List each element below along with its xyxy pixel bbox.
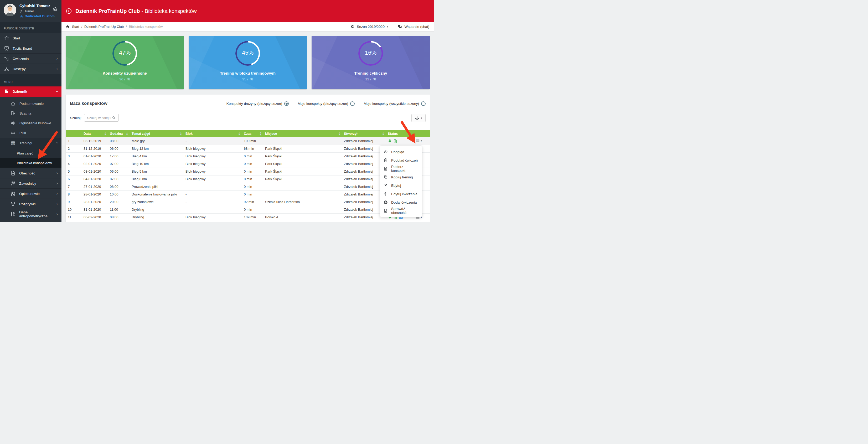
table-row: 1106-02-202008:00DryblingBlok biegowy109… xyxy=(66,213,430,221)
column-header-Blok[interactable]: Blok▲▼ xyxy=(183,130,242,137)
cell-czas: 0 min xyxy=(242,190,263,198)
sort-icon: ▲▼ xyxy=(339,132,340,135)
sidebar-item-dane-antropometryczne[interactable]: Dane antropometryczne› xyxy=(0,209,61,219)
radio-option[interactable]: Konspekty drużyny (bieżący sezon) xyxy=(226,101,289,106)
card-title: Trening w bloku treningowym xyxy=(189,71,307,75)
sidebar-item-rozgrywki[interactable]: Rozgrywki› xyxy=(0,199,61,209)
menu-item-copy[interactable]: Kopiuj trening xyxy=(380,173,422,181)
cell-data: 03-01-2020 xyxy=(82,168,108,175)
radio-button[interactable] xyxy=(284,101,289,106)
radio-option[interactable]: Moje konspekty (bieżący sezon) xyxy=(298,101,355,106)
menu-item-label: Podgląd ćwiczeń xyxy=(391,158,418,162)
row-number: 8 xyxy=(66,190,82,198)
column-header-Stworzył[interactable]: Stworzył▲▼ xyxy=(342,130,386,137)
sidebar-item-start[interactable]: Start xyxy=(0,33,61,43)
column-header-Godzina[interactable]: Godzina▲▼ xyxy=(108,130,129,137)
menu-item-file-check[interactable]: Sprawdź obecność xyxy=(380,207,422,215)
stat-card-1: 47%Konspekty uzupełnione36 / 78 xyxy=(66,36,184,89)
cell-godzina: 20:00 xyxy=(108,198,129,206)
cell-czas: 92 min xyxy=(242,198,263,206)
sidebar-item-label: Dane antropometryczne xyxy=(19,210,57,218)
menu-item-move[interactable]: Edytuj ćwiczenia xyxy=(380,190,422,198)
table-row: 928-01-202020:00gry zadaniowe-92 minSzko… xyxy=(66,198,430,206)
bell-check-icon xyxy=(388,139,392,143)
settings-gear-icon[interactable] xyxy=(53,7,58,12)
sidebar-item-label: Dziennik xyxy=(12,90,27,94)
cell-miejsce: Park Śląski xyxy=(263,145,342,152)
breadcrumb-item[interactable]: Start xyxy=(72,25,79,29)
radio-button[interactable] xyxy=(421,101,426,106)
sidebar-item-dziennik[interactable]: Dziennik › xyxy=(0,87,61,97)
home-icon[interactable] xyxy=(66,25,70,29)
radio-label: Konspekty drużyny (bieżący sezon) xyxy=(226,102,282,106)
sidebar-item-label: Pliki xyxy=(20,131,26,135)
breadcrumb-separator: / xyxy=(126,25,127,29)
cell-data: 31-12-2019 xyxy=(82,145,108,152)
sidebar-menu-items: Obecność›Zawodnicy›Opiekunowie›Rozgrywki… xyxy=(0,168,61,219)
row-number: 5 xyxy=(66,168,82,175)
sidebar-item-podsumowanie[interactable]: Podsumowanie xyxy=(0,99,61,108)
sidebar-item-szatnia[interactable]: Szatnia xyxy=(0,108,61,118)
cell-temat: Bieg 10 km xyxy=(129,160,183,168)
sidebar-item-label: Start xyxy=(12,36,20,40)
support-chat-button[interactable]: Wsparcie (chat) xyxy=(398,25,429,29)
sidebar-item-zawodnicy[interactable]: Zawodnicy› xyxy=(0,179,61,189)
row-context-menu: PodglądPodgląd ćwiczeńPobierz konspektKo… xyxy=(380,146,422,217)
progress-percent: 47% xyxy=(66,50,184,56)
menu-item-clipboard[interactable]: Podgląd ćwiczeń xyxy=(380,156,422,164)
export-button[interactable]: ▾ xyxy=(411,114,426,122)
cell-data: 04-01-2020 xyxy=(82,175,108,183)
cell-stworzyl: Zdrzałek Bartłomiej xyxy=(342,183,386,190)
file-down-icon xyxy=(383,166,388,171)
sidebar-item-og-oszenia-klubowe[interactable]: Ogłoszenia klubowe xyxy=(0,118,61,128)
sidebar-item-treningi[interactable]: 31 Treningi › xyxy=(0,138,61,148)
cell-temat: Drybling xyxy=(129,206,183,213)
move-icon xyxy=(383,192,388,196)
progress-percent: 45% xyxy=(189,50,307,56)
menu-item-eye[interactable]: Podgląd xyxy=(380,148,422,156)
table-row: 103-12-201908:00Małe gry-109 minZdrzałek… xyxy=(66,137,430,145)
guardians-icon xyxy=(10,191,16,196)
sidebar-item-label: Treningi xyxy=(20,141,32,145)
sidebar-item-pliki[interactable]: Pliki xyxy=(0,128,61,138)
menu-item-file-down[interactable]: Pobierz konspekt xyxy=(380,164,422,173)
search-label: Szukaj: xyxy=(70,116,82,120)
sidebar-item-dost-py[interactable]: Dostępy› xyxy=(0,64,61,74)
clipboard-icon xyxy=(383,158,388,162)
row-actions-menu-button[interactable]: ▾ xyxy=(415,139,422,143)
doc-lines-icon xyxy=(393,139,398,143)
cell-stworzyl: Zdrzałek Bartłomiej xyxy=(342,213,386,221)
season-selector[interactable]: Sezon 2019/2020 ▾ xyxy=(350,25,388,29)
cell-stworzyl: Zdrzałek Bartłomiej xyxy=(342,160,386,168)
cell-stworzyl: Zdrzałek Bartłomiej xyxy=(342,168,386,175)
cell-blok: - xyxy=(183,137,242,145)
sidebar-item-obecno-[interactable]: Obecność› xyxy=(0,168,61,179)
table-row: 503-01-202006:00Bieg 5 kmBlok biegowy0 m… xyxy=(66,168,430,175)
sidebar-item-label: Podsumowanie xyxy=(20,102,43,106)
breadcrumb-item[interactable]: Dziennik ProTrainUp Club xyxy=(84,25,124,29)
back-icon[interactable] xyxy=(66,8,72,14)
sidebar-item-plan-zaj-[interactable]: Plan zajęć xyxy=(0,148,61,158)
sidebar-item-tactic-board[interactable]: Tactic Board xyxy=(0,43,61,54)
cell-temat: Prowadzenie piłki xyxy=(129,183,183,190)
radio-button[interactable] xyxy=(350,101,355,106)
menu-item-edit[interactable]: Edytuj xyxy=(380,181,422,190)
sidebar-personal-items: StartTactic BoardĆwiczenia›Dostępy› xyxy=(0,33,61,74)
column-header-Czas[interactable]: Czas▲▼ xyxy=(242,130,263,137)
sidebar-item-opiekunowie[interactable]: Opiekunowie› xyxy=(0,189,61,199)
column-header-Miejsce[interactable]: Miejsce▲▼ xyxy=(263,130,342,137)
plus-circle-icon xyxy=(383,200,388,204)
cell-miejsce xyxy=(263,206,342,213)
cell-blok: Blok biegowy xyxy=(183,213,242,221)
column-header-Temat zajęć[interactable]: Temat zajęć▲▼ xyxy=(129,130,183,137)
sidebar-item--wiczenia[interactable]: Ćwiczenia› xyxy=(0,54,61,64)
cell-czas: 0 min xyxy=(242,175,263,183)
menu-item-plus-circle[interactable]: Dodaj ćwiczenia xyxy=(380,198,422,207)
page-title-main: Dziennik ProTrainUp Club xyxy=(75,8,140,14)
column-header-Data[interactable]: Data▲▼ xyxy=(82,130,108,137)
menu-item-label: Dodaj ćwiczenia xyxy=(391,200,417,204)
sidebar-item-biblioteka-konspekt-w[interactable]: Biblioteka konspektów xyxy=(0,158,61,168)
column-header-label: Godzina xyxy=(110,132,123,135)
radio-option[interactable]: Moje konspekty (wszystkie sezony) xyxy=(364,101,426,106)
sort-icon: ▲▼ xyxy=(382,132,384,135)
